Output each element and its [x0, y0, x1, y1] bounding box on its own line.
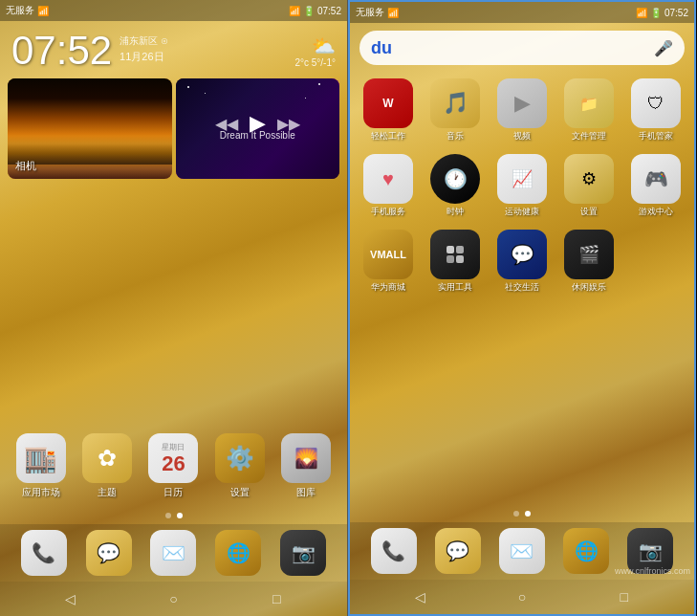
dock-email[interactable]: ✉️ — [150, 530, 196, 576]
left-phone-content: 07:52 浦东新区 ⊙ 11月26日 ⛅ 2°c 5°/-1° 相机 — [0, 21, 347, 616]
right-signal-icons: 📶 — [387, 8, 399, 18]
right-apps-row1: W 轻松工作 🎵 音乐 ▶ 视频 📁 — [350, 73, 694, 148]
right-dot-1 — [513, 511, 519, 517]
dock-message[interactable]: 💬 — [86, 530, 132, 576]
app-video-label: 视频 — [513, 130, 531, 143]
weather-widget: ⛅ 2°c 5°/-1° — [294, 34, 336, 68]
app-calendar-label: 日历 — [163, 486, 183, 499]
time-display-status: 07:52 — [317, 6, 341, 16]
app-music-label: 音乐 — [447, 130, 464, 143]
home-button[interactable]: ○ — [160, 585, 186, 612]
left-phone: 无服务 📶 📶 🔋 07:52 07:52 浦东新区 ⊙ 11月26日 ⛅ 2°… — [0, 0, 348, 616]
app-settings-label: 设置 — [230, 486, 250, 499]
app-settings[interactable]: ⚙️ 设置 — [210, 433, 269, 499]
right-phone: 无服务 📶 📶 🔋 07:52 du 🎤 W 轻松工作 — [348, 0, 696, 616]
weather-icon: ⛅ — [312, 34, 336, 57]
left-status-bar: 无服务 📶 📶 🔋 07:52 — [0, 0, 347, 21]
baidu-logo: du — [371, 38, 392, 58]
app-phone-manager[interactable]: 🛡 手机管家 — [625, 78, 686, 143]
app-settings2-label: 设置 — [580, 206, 598, 218]
battery-icon: 🔋 — [303, 6, 315, 16]
left-dock: 📞 💬 ✉️ 🌐 📷 — [0, 524, 347, 582]
app-files-label: 文件管理 — [572, 130, 606, 143]
right-wifi-icon: 📶 — [636, 8, 647, 18]
app-appmarket[interactable]: 🏬 应用市场 — [11, 433, 70, 499]
signal-icons: 📶 — [37, 6, 49, 16]
app-clock[interactable]: 🕐 时钟 — [425, 154, 486, 218]
recent-button[interactable]: □ — [263, 585, 290, 612]
app-social[interactable]: 💬 社交生活 — [491, 230, 553, 294]
app-theme[interactable]: ✿ 主题 — [77, 433, 136, 499]
page-dots — [0, 507, 347, 524]
app-calendar[interactable]: 星期日 26 日历 — [144, 433, 203, 499]
app-gallery-label: 图库 — [296, 486, 316, 499]
weather-temp: 2°c 5°/-1° — [294, 57, 336, 68]
app-phone-service-label: 手机服务 — [371, 206, 405, 218]
date-label: 11月26日 — [120, 50, 168, 64]
app-clock-label: 时钟 — [447, 206, 464, 218]
left-apps-grid: 🏬 应用市场 ✿ 主题 星期日 26 日历 — [0, 414, 347, 507]
music-widget[interactable]: ◀◀ ▶ ▶▶ Dream It Possible — [176, 78, 340, 179]
app-easy-work-label: 轻松工作 — [371, 130, 405, 143]
right-battery-icon: 🔋 — [650, 8, 662, 18]
dot-1 — [165, 513, 171, 518]
app-game-label: 游戏中心 — [639, 206, 673, 218]
wifi-icon: 📶 — [289, 6, 300, 16]
right-recent-button[interactable]: □ — [611, 583, 638, 610]
app-tools-label: 实用工具 — [438, 281, 472, 294]
media-area: 相机 ◀◀ ▶ ▶▶ Dream It Possible — [8, 78, 339, 179]
right-back-button[interactable]: ◁ — [406, 583, 433, 610]
dot-2 — [177, 513, 183, 518]
right-dock-email[interactable]: ✉️ — [499, 528, 545, 574]
app-phone-service[interactable]: ♥ 手机服务 — [358, 154, 419, 218]
wallpaper-space — [0, 179, 347, 414]
right-no-service-label: 无服务 — [356, 6, 384, 19]
right-dock-browser[interactable]: 🌐 — [563, 528, 609, 574]
app-vmall[interactable]: VMALL 华为商城 — [358, 230, 419, 294]
time-big: 07:52 — [11, 31, 112, 71]
camera-widget[interactable]: 相机 — [8, 78, 172, 179]
right-apps-row2: ♥ 手机服务 🕐 时钟 📈 运动健康 ⚙ — [350, 148, 694, 224]
app-tools[interactable]: 实用工具 — [425, 230, 486, 294]
app-social-label: 社交生活 — [505, 281, 539, 294]
back-button[interactable]: ◁ — [57, 585, 84, 612]
right-nav-bar: ◁ ○ □ — [350, 580, 694, 614]
right-wallpaper-space — [350, 299, 694, 505]
music-title: Dream It Possible — [220, 130, 295, 141]
app-music[interactable]: 🎵 音乐 — [425, 78, 486, 143]
right-phone-content: du 🎤 W 轻松工作 🎵 音乐 ▶ — [350, 23, 694, 614]
app-appmarket-label: 应用市场 — [22, 486, 60, 499]
app-settings2[interactable]: ⚙ 设置 — [558, 154, 620, 218]
right-dot-2 — [525, 511, 531, 517]
right-dock-message[interactable]: 💬 — [435, 528, 481, 574]
camera-label: 相机 — [15, 159, 36, 173]
app-health-label: 运动健康 — [505, 206, 539, 218]
app-vmall-label: 华为商城 — [371, 281, 405, 294]
app-theme-label: 主题 — [98, 486, 117, 499]
right-time-display: 07:52 — [664, 8, 688, 18]
right-home-button[interactable]: ○ — [509, 583, 535, 610]
right-status-bar: 无服务 📶 📶 🔋 07:52 — [350, 2, 694, 23]
app-files[interactable]: 📁 文件管理 — [558, 78, 620, 143]
no-service-label: 无服务 — [6, 4, 34, 17]
dock-browser[interactable]: 🌐 — [215, 530, 261, 576]
app-video[interactable]: ▶ 视频 — [491, 78, 553, 143]
app-entertainment-label: 休闲娱乐 — [572, 281, 606, 294]
right-page-dots — [350, 505, 694, 522]
app-gallery[interactable]: 🌄 图库 — [277, 433, 336, 499]
watermark: www.cnlfronics.com — [615, 566, 690, 576]
right-dock-phone[interactable]: 📞 — [371, 528, 417, 574]
app-game[interactable]: 🎮 游戏中心 — [625, 154, 686, 218]
app-health[interactable]: 📈 运动健康 — [491, 154, 553, 218]
left-nav-bar: ◁ ○ □ — [0, 582, 347, 616]
right-apps-row3: VMALL 华为商城 实用工具 💬 — [350, 224, 694, 299]
search-bar[interactable]: du 🎤 — [359, 31, 685, 65]
app-easy-work[interactable]: W 轻松工作 — [358, 78, 419, 143]
dock-camera[interactable]: 📷 — [280, 530, 326, 576]
app-entertainment[interactable]: 🎬 休闲娱乐 — [558, 230, 620, 294]
dock-phone[interactable]: 📞 — [21, 530, 67, 576]
mic-icon[interactable]: 🎤 — [654, 39, 673, 57]
time-widget: 07:52 浦东新区 ⊙ 11月26日 ⛅ 2°c 5°/-1° — [0, 21, 347, 78]
location-label: 浦东新区 ⊙ — [120, 34, 168, 48]
app-empty — [625, 230, 686, 294]
